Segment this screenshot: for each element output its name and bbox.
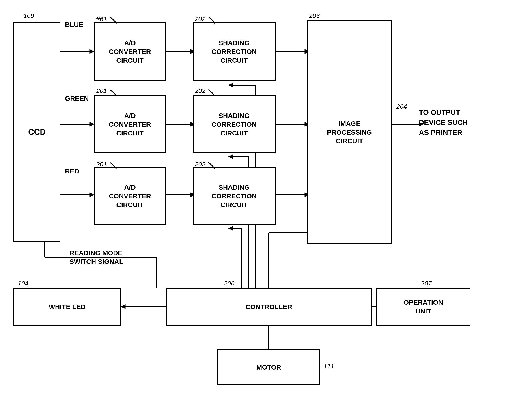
image-processing-label: IMAGEPROCESSINGCIRCUIT	[327, 119, 372, 145]
ad1-label: A/DCONVERTERCIRCUIT	[109, 38, 151, 65]
operation-unit-box: OPERATIONUNIT	[376, 288, 470, 326]
ad-converter-1: A/DCONVERTERCIRCUIT	[94, 22, 166, 81]
ad2-label: A/DCONVERTERCIRCUIT	[109, 111, 151, 138]
svg-marker-3	[90, 122, 94, 127]
shading2-label: SHADINGCORRECTIONCIRCUIT	[211, 111, 257, 138]
svg-marker-25	[228, 154, 233, 159]
ref-shading1: 202	[195, 16, 205, 23]
motor-box: MOTOR	[217, 349, 320, 385]
red-label: RED	[65, 167, 79, 176]
green-label: GREEN	[65, 94, 89, 103]
svg-marker-28	[228, 83, 233, 87]
operation-unit-label: OPERATIONUNIT	[404, 298, 443, 316]
ref-206: 206	[224, 280, 235, 287]
ref-207: 207	[421, 280, 432, 287]
white-led-label: WHITE LED	[49, 302, 86, 311]
white-led-box: WHITE LED	[13, 288, 121, 326]
svg-marker-22	[228, 226, 233, 231]
svg-marker-38	[121, 305, 125, 309]
shading1-label: SHADINGCORRECTIONCIRCUIT	[211, 38, 257, 65]
ad3-label: A/DCONVERTERCIRCUIT	[109, 183, 151, 209]
controller-box: CONTROLLER	[166, 288, 372, 326]
shading-correction-3: SHADINGCORRECTIONCIRCUIT	[193, 167, 276, 225]
ref-203: 203	[309, 12, 320, 19]
ccd-label: CCD	[28, 127, 46, 138]
shading-correction-1: SHADINGCORRECTIONCIRCUIT	[193, 22, 276, 81]
reading-mode-label: READING MODESWITCH SIGNAL	[69, 249, 123, 266]
motor-label: MOTOR	[256, 363, 281, 372]
shading-correction-2: SHADINGCORRECTIONCIRCUIT	[193, 95, 276, 153]
svg-marker-5	[90, 193, 94, 197]
blue-label: BLUE	[65, 20, 83, 29]
output-label: TO OUTPUTDEVICE SUCHAS PRINTER	[419, 107, 468, 138]
ref-shading2: 202	[195, 87, 205, 94]
ref-104: 104	[18, 280, 28, 287]
ccd-box: CCD	[13, 22, 60, 242]
ad-converter-2: A/DCONVERTERCIRCUIT	[94, 95, 166, 153]
ad-converter-3: A/DCONVERTERCIRCUIT	[94, 167, 166, 225]
ref-109: 109	[24, 12, 34, 19]
image-processing-box: IMAGEPROCESSINGCIRCUIT	[307, 20, 392, 244]
shading3-label: SHADINGCORRECTIONCIRCUIT	[211, 183, 257, 209]
svg-marker-1	[90, 49, 94, 54]
ref-ad2: 201	[96, 87, 107, 94]
ref-111: 111	[324, 363, 334, 370]
controller-label: CONTROLLER	[246, 302, 292, 311]
ref-204: 204	[397, 103, 407, 110]
